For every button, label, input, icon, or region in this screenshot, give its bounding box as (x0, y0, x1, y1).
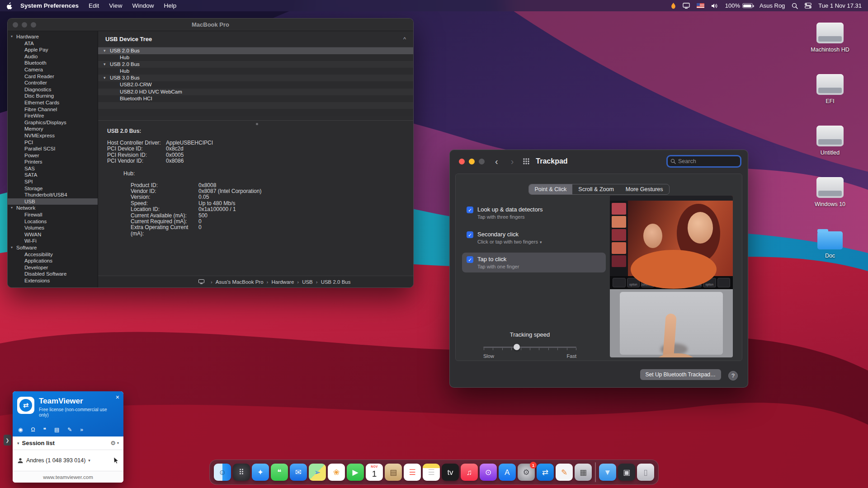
collapse-chevron-icon[interactable]: ▾ (17, 441, 19, 446)
gesture-option-row[interactable]: Secondary click Click or tap with two fi… (462, 228, 606, 248)
session-list-bar[interactable]: ▾ Session list ⚙ ▾ (13, 436, 123, 450)
device-name[interactable]: Asus Rog (760, 2, 785, 9)
dock-icon-screen-capture[interactable]: ▣ (618, 464, 635, 481)
menu-item[interactable]: Help (164, 2, 176, 9)
chevron-down-icon[interactable]: ▾ (88, 458, 90, 463)
zoom-button[interactable] (31, 22, 36, 28)
device-tree-row[interactable]: ▾ (98, 102, 413, 109)
breadcrumb-item[interactable]: Asus's MacBook Pro (208, 279, 264, 285)
show-all-grid-icon[interactable] (523, 158, 530, 165)
dock-icon-trash[interactable]: ▯ (637, 464, 654, 481)
device-tree-row[interactable]: ▾ Bluetooth HCI (98, 95, 413, 102)
sidebar-item[interactable]: Audio (8, 53, 98, 60)
teamviewer-collapse-tab[interactable]: ❯ (4, 435, 11, 446)
dock-icon-maps[interactable]: ➢ (309, 464, 326, 481)
disclosure-triangle-icon[interactable]: ▾ (104, 75, 110, 81)
sidebar-item[interactable]: Controller (8, 80, 98, 86)
dock-icon-podcasts[interactable]: ⊙ (480, 464, 497, 481)
sidebar-item[interactable]: Graphics/Displays (8, 119, 98, 126)
dock-icon-notes[interactable]: ☰ (423, 464, 440, 481)
sidebar-item[interactable]: Diagnostics (8, 86, 98, 93)
disclosure-triangle-icon[interactable]: ▾ (104, 61, 110, 68)
sidebar-item[interactable]: SATA (8, 172, 98, 178)
teamviewer-footer-link[interactable]: www.teamviewer.com (13, 471, 123, 483)
sidebar-item[interactable]: Applications (8, 258, 98, 264)
chevron-down-icon[interactable] (538, 239, 542, 244)
minimize-button[interactable] (22, 22, 27, 28)
sidebar-item[interactable]: Developer (8, 264, 98, 271)
menu-clock[interactable]: Tue 1 Nov 17.31 (818, 2, 862, 9)
sidebar-item[interactable]: USB (8, 198, 98, 205)
sidebar-item[interactable]: Memory (8, 126, 98, 132)
sidebar-item[interactable]: SAS (8, 165, 98, 172)
dock-icon-mail[interactable]: ✉ (290, 464, 307, 481)
dock-icon-messages[interactable]: ❝ (271, 464, 288, 481)
dock-icon-app-store[interactable]: A (499, 464, 516, 481)
dock-icon-contacts[interactable]: ▤ (385, 464, 402, 481)
search-input[interactable] (678, 158, 737, 164)
dock-icon-pages[interactable]: ✎ (556, 464, 573, 481)
dock-icon-archive-utility[interactable]: ▦ (575, 464, 592, 481)
sidebar-item[interactable]: Bluetooth (8, 60, 98, 66)
dock-icon-downloads-folder[interactable]: ▼ (599, 464, 616, 481)
dock-icon-photos[interactable]: ❀ (328, 464, 345, 481)
partner-row[interactable]: Andres (1 048 393 014) ▾ (13, 450, 123, 471)
dock-icon-launchpad[interactable]: ⠿ (233, 464, 250, 481)
whiteboard-icon[interactable]: ✎ (67, 427, 72, 433)
dock-icon-system-preferences[interactable]: ⚙ 1 (518, 464, 535, 481)
sidebar-item[interactable]: PCI (8, 139, 98, 146)
back-button[interactable]: ‹ (495, 157, 498, 166)
zoom-button[interactable] (479, 159, 485, 164)
gesture-option-row[interactable]: Tap to click Tap with one finger (462, 253, 606, 272)
tab[interactable]: Point & Click (528, 184, 572, 194)
device-tree-row[interactable]: ▾ USB2.0 HD UVC WebCam (98, 89, 413, 95)
sidebar-item[interactable]: Parallel SCSI (8, 145, 98, 152)
dock-icon-tv[interactable]: tv (442, 464, 459, 481)
search-field[interactable] (666, 155, 741, 168)
dock-icon-reminders[interactable]: ☰ (404, 464, 421, 481)
dock-icon-facetime[interactable]: ▶ (347, 464, 364, 481)
sidebar-item[interactable]: Extensions (8, 277, 98, 284)
device-tree-row[interactable]: ▾ USB 2.0 Bus (98, 61, 413, 68)
sidebar-item[interactable]: Wi-Fi (8, 238, 98, 244)
breadcrumb-item[interactable]: USB (294, 279, 313, 285)
breadcrumb-item[interactable]: Hardware (264, 279, 294, 285)
tracking-speed-slider[interactable] (483, 344, 576, 350)
dock-icon-calendar[interactable]: NOV 1 (366, 464, 383, 481)
sidebar-item[interactable]: WWAN (8, 231, 98, 238)
desktop-icon-machintosh-hd[interactable]: Machintosh HD (811, 22, 849, 53)
desktop-icon-doc[interactable]: Doc (816, 228, 844, 259)
breadcrumb-item[interactable]: USB 2.0 Bus (313, 279, 351, 285)
spotlight-search-icon[interactable] (792, 3, 798, 9)
menu-item[interactable]: Window (132, 2, 154, 9)
device-tree-row[interactable]: ▾ USB 3.0 Bus (98, 75, 413, 81)
sidebar-item[interactable]: FireWire (8, 113, 98, 119)
device-tree-row[interactable]: ▾ USB2.0-CRW (98, 81, 413, 88)
sidebar-item[interactable]: Disabled Software (8, 271, 98, 277)
video-call-icon[interactable]: ◉ (18, 427, 23, 433)
more-actions-icon[interactable]: » (80, 427, 83, 433)
sidebar-item[interactable]: ATA (8, 40, 98, 47)
sidebar-item[interactable]: Power (8, 152, 98, 159)
dock-icon-finder[interactable]: ☺ (214, 464, 231, 481)
sidebar-item[interactable]: Network (8, 205, 98, 211)
menu-item[interactable]: View (109, 2, 122, 9)
close-button[interactable] (459, 159, 465, 164)
battery-status[interactable]: 100% (725, 2, 753, 9)
minimize-button[interactable] (469, 159, 475, 164)
dock-icon-teamviewer[interactable]: ⇄ (537, 464, 554, 481)
control-center-icon[interactable] (805, 3, 811, 9)
sidebar-item[interactable]: SPI (8, 178, 98, 185)
gear-icon[interactable]: ⚙ (110, 440, 116, 446)
desktop-icon-untitled[interactable]: Untitled (816, 125, 844, 156)
disclosure-triangle-icon[interactable]: ▾ (104, 47, 110, 54)
device-tree-row[interactable]: ▾ Hub (98, 54, 413, 61)
help-button[interactable]: ? (728, 371, 738, 380)
sidebar-item[interactable]: Locations (8, 218, 98, 225)
checkbox[interactable] (467, 256, 473, 263)
checkbox[interactable] (467, 231, 473, 238)
close-icon[interactable]: × (116, 394, 119, 401)
chevron-down-icon[interactable]: ▾ (117, 441, 119, 445)
desktop-icon-efi[interactable]: EFI (816, 73, 844, 104)
chat-icon[interactable]: ❝ (43, 427, 46, 433)
